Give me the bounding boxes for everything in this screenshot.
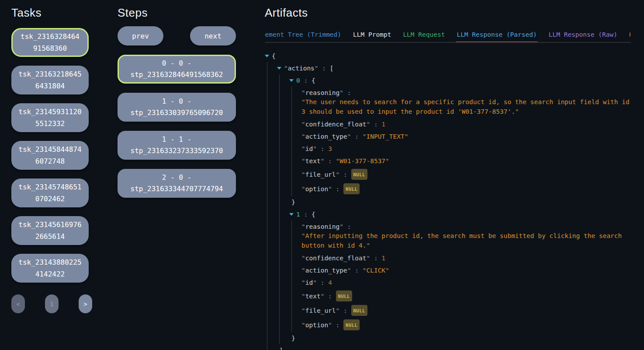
null-badge: NULL bbox=[343, 183, 360, 194]
json-key: id bbox=[305, 279, 313, 286]
step-button[interactable]: 0 - 0 -stp_231632846491568362 bbox=[118, 55, 236, 84]
json-key: file_url bbox=[305, 171, 336, 178]
json-entry: "id" : 4 bbox=[301, 276, 631, 289]
json-token: : bbox=[319, 65, 330, 72]
json-node: 0 : {"reasoning" : "The user needs to se… bbox=[289, 74, 631, 208]
tab-llm-response-raw[interactable]: LLM Response (Raw) bbox=[549, 30, 617, 42]
json-tree-viewer: {"actions" : [0 : {"reasoning" : "The us… bbox=[265, 50, 631, 350]
json-key: reasoning bbox=[305, 223, 340, 230]
json-key: action_type bbox=[305, 133, 347, 140]
json-entry: "confidence_float" : 1 bbox=[301, 252, 631, 264]
json-token: " bbox=[515, 108, 519, 115]
step-button-prefix: 2 - 0 - bbox=[121, 172, 232, 183]
json-token: " bbox=[301, 267, 305, 274]
step-nav: prev next bbox=[118, 26, 236, 46]
json-string-value: "After inputting the product id, the sea… bbox=[301, 231, 631, 250]
json-token: " bbox=[301, 223, 305, 230]
json-token: " bbox=[301, 186, 305, 192]
json-token: " bbox=[301, 279, 305, 286]
json-token: " bbox=[313, 279, 317, 286]
tasks-pagination: < 1 > bbox=[11, 294, 92, 313]
task-button[interactable]: tsk_231457486510702462 bbox=[11, 178, 89, 207]
tab-llm-prompt[interactable]: LLM Prompt bbox=[353, 30, 391, 42]
json-entry: "text" : "W01-377-8537" bbox=[301, 155, 631, 167]
step-button[interactable]: 1 - 0 -stp_231633039765096720 bbox=[118, 93, 236, 122]
json-token: : bbox=[351, 133, 363, 140]
json-entry: "action_type" : "INPUT_TEXT" bbox=[301, 130, 631, 143]
json-token: : bbox=[370, 121, 381, 128]
json-key: id bbox=[305, 145, 313, 152]
json-number-value: 4 bbox=[328, 279, 332, 286]
json-token: " bbox=[301, 232, 305, 239]
json-token: " bbox=[336, 307, 340, 314]
step-button[interactable]: 2 - 0 -stp_231633344707774794 bbox=[118, 169, 236, 198]
tasks-next-page-button[interactable]: > bbox=[79, 294, 92, 313]
json-token: " bbox=[301, 158, 305, 164]
step-next-button[interactable]: next bbox=[190, 26, 236, 46]
json-key: action_type bbox=[305, 267, 347, 274]
collapse-arrow-icon[interactable] bbox=[265, 52, 272, 60]
json-token: " bbox=[366, 242, 370, 249]
json-token: " bbox=[301, 293, 305, 300]
step-button-id: stp_231633237333592370 bbox=[121, 145, 232, 157]
open-bracket: { bbox=[312, 211, 315, 218]
task-button[interactable]: tsk_231456169762665614 bbox=[11, 216, 89, 245]
json-token: " bbox=[301, 98, 305, 105]
json-token: " bbox=[301, 255, 305, 262]
null-badge: NULL bbox=[351, 169, 367, 180]
tasks-panel: Tasks tsk_231632846491568360tsk_23163218… bbox=[11, 6, 89, 313]
json-node-header: 0 : { bbox=[289, 74, 631, 87]
json-key: actions bbox=[288, 65, 315, 72]
collapse-arrow-icon[interactable] bbox=[277, 64, 284, 73]
open-bracket: { bbox=[272, 52, 276, 60]
collapse-arrow-icon[interactable] bbox=[289, 76, 296, 85]
json-node: 1 : {"reasoning" : "After inputting the … bbox=[289, 208, 631, 344]
json-token: " bbox=[385, 158, 389, 164]
json-token: " bbox=[313, 145, 317, 152]
task-button[interactable]: tsk_231458448746072748 bbox=[11, 141, 89, 170]
artifacts-panel: Artifacts Element Tree (Trimmed)LLM Prom… bbox=[265, 6, 631, 350]
task-button[interactable]: tsk_231459311205512332 bbox=[11, 103, 89, 132]
step-button-prefix: 1 - 1 - bbox=[121, 134, 232, 145]
json-string-value: "The user needs to search for a specific… bbox=[301, 97, 631, 116]
tasks-current-page-button[interactable]: 1 bbox=[45, 294, 59, 313]
tab-llm-request[interactable]: LLM Request bbox=[403, 30, 445, 42]
json-token: The user needs to search for a specific … bbox=[301, 98, 630, 115]
json-token: : bbox=[343, 223, 351, 230]
task-button[interactable]: tsk_231438802254142422 bbox=[11, 254, 89, 283]
triangle-glyph bbox=[277, 67, 281, 70]
step-button[interactable]: 1 - 1 -stp_231633237333592370 bbox=[118, 131, 236, 160]
json-key: text bbox=[305, 158, 321, 164]
tab-element-tree-trimmed[interactable]: Element Tree (Trimmed) bbox=[265, 30, 341, 42]
json-token: : bbox=[324, 293, 336, 300]
null-badge: NULL bbox=[336, 290, 352, 301]
json-key: reasoning bbox=[305, 89, 340, 96]
step-list: 0 - 0 -stp_2316328464915683621 - 0 -stp_… bbox=[118, 55, 236, 198]
tasks-prev-page-button[interactable]: < bbox=[11, 294, 25, 313]
json-token: " bbox=[385, 267, 389, 274]
json-key: confidence_float bbox=[305, 255, 367, 262]
json-token: " bbox=[301, 307, 305, 314]
task-list: tsk_231632846491568360tsk_23163218645643… bbox=[11, 28, 89, 283]
json-entry: "option" : NULL bbox=[301, 182, 631, 196]
task-button[interactable]: tsk_231632186456431804 bbox=[11, 66, 89, 94]
collapse-arrow-icon[interactable] bbox=[289, 210, 296, 219]
tab-llm-response-parsed[interactable]: LLM Response (Parsed) bbox=[457, 30, 537, 42]
json-token: " bbox=[336, 171, 340, 178]
json-node-close: } bbox=[291, 196, 631, 208]
step-button-prefix: 0 - 0 - bbox=[122, 58, 231, 69]
json-node-header: 1 : { bbox=[289, 208, 631, 220]
json-token: " bbox=[366, 255, 370, 262]
json-token: " bbox=[301, 121, 305, 128]
json-token: " bbox=[366, 121, 370, 128]
json-entry: "action_type" : "CLICK" bbox=[301, 264, 631, 276]
steps-title: Steps bbox=[118, 6, 236, 19]
json-token: : bbox=[332, 186, 343, 192]
json-children: "reasoning" : "After inputting the produ… bbox=[291, 220, 631, 332]
json-token: " bbox=[328, 322, 332, 329]
step-prev-button[interactable]: prev bbox=[118, 26, 163, 46]
json-entry: "reasoning" : "The user needs to search … bbox=[301, 87, 631, 118]
task-button[interactable]: tsk_231632846491568360 bbox=[11, 28, 89, 57]
tab-html-raw[interactable]: Html (Raw) bbox=[629, 30, 631, 42]
json-node-header: "actions" : [ bbox=[277, 62, 631, 74]
